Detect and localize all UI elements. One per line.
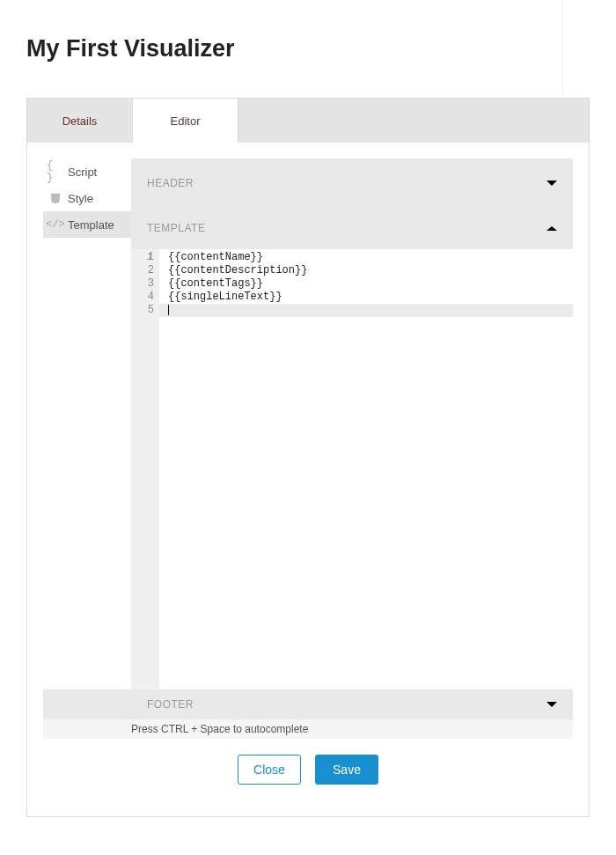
autocomplete-hint: Press CTRL + Space to autocomplete: [43, 719, 573, 739]
save-button-label: Save: [333, 763, 361, 777]
close-button-label: Close: [253, 763, 285, 777]
code-editor[interactable]: i 1 2 3 4 5 {{contentName}} {{contentDes…: [131, 249, 573, 689]
sidebar-item-label: Style: [68, 192, 93, 205]
sidebar-item-template[interactable]: </> Template: [43, 211, 131, 238]
tab-details[interactable]: Details: [27, 99, 133, 143]
chevron-down-icon: [546, 702, 557, 707]
tab-editor[interactable]: Editor: [133, 99, 238, 143]
code-gutter: i 1 2 3 4 5: [131, 249, 159, 689]
editor-panel: Details Editor { } Script Style </>: [26, 98, 590, 817]
button-bar: Close Save: [43, 739, 573, 800]
line-number: 3: [131, 277, 159, 291]
braces-icon: { }: [47, 159, 64, 184]
section-footer[interactable]: FOOTER: [43, 689, 573, 719]
section-footer-label: FOOTER: [147, 698, 194, 711]
line-number: 5: [131, 304, 159, 317]
line-number: 4: [131, 291, 159, 304]
tab-editor-label: Editor: [171, 114, 201, 128]
code-icon: </>: [47, 218, 64, 231]
section-header-label: HEADER: [147, 177, 194, 189]
section-template-label: TEMPLATE: [147, 222, 205, 234]
section-header[interactable]: HEADER: [131, 158, 573, 207]
code-line: {{contentDescription}}: [168, 264, 573, 277]
line-number: 2: [131, 264, 159, 277]
tab-bar: Details Editor: [27, 99, 589, 143]
code-content[interactable]: {{contentName}} {{contentDescription}} {…: [159, 249, 573, 689]
code-line: {{singleLineText}}: [168, 291, 573, 304]
editor-sidebar: { } Script Style </> Template: [43, 158, 131, 689]
line-number: 1: [131, 251, 159, 264]
css-icon: [47, 192, 64, 204]
section-template[interactable]: TEMPLATE: [131, 207, 573, 249]
code-line: {{contentName}}: [168, 251, 573, 264]
sidebar-item-style[interactable]: Style: [43, 185, 131, 211]
code-line: [159, 304, 573, 317]
info-icon: i: [147, 251, 153, 263]
sidebar-item-label: Template: [68, 218, 114, 232]
chevron-down-icon: [546, 181, 557, 186]
close-button[interactable]: Close: [238, 755, 301, 785]
tab-details-label: Details: [62, 114, 98, 128]
code-line: {{contentTags}}: [168, 277, 573, 291]
sidebar-item-script[interactable]: { } Script: [43, 158, 131, 185]
save-button[interactable]: Save: [315, 755, 378, 785]
page-title: My First Visualizer: [26, 35, 536, 63]
text-cursor: [168, 305, 169, 315]
chevron-up-icon: [546, 226, 557, 231]
sidebar-item-label: Script: [68, 166, 97, 179]
